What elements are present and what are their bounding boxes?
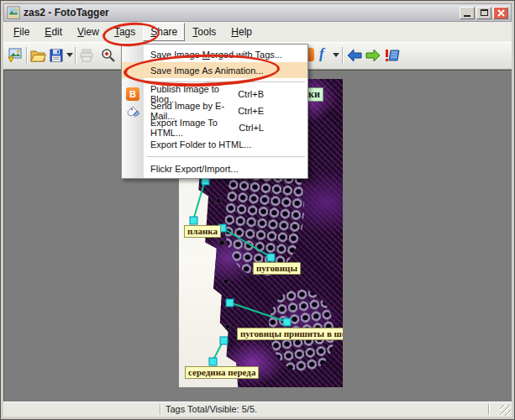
menubar-item-file[interactable]: File	[6, 23, 37, 41]
menu-item-save-as-animation[interactable]: Save Image As Animation...	[122, 62, 307, 78]
menubar-item-help[interactable]: Help	[223, 23, 260, 41]
statusbar-separator	[160, 404, 161, 415]
window-title: zas2 - FotoTagger	[24, 7, 458, 18]
menu-item-send-by-email[interactable]: Send Image by E-Mail... Ctrl+E	[122, 102, 307, 119]
open-folder-icon[interactable]	[29, 47, 46, 64]
menubar-item-view[interactable]: View	[70, 23, 107, 41]
menubar-item-tags[interactable]: Tags	[107, 23, 143, 41]
app-icon	[7, 6, 20, 19]
blogger-icon: B	[126, 87, 139, 101]
menu-item-export-folder-html[interactable]: Export Folder to HTML...	[122, 136, 307, 153]
menubar-item-edit[interactable]: Edit	[37, 23, 70, 41]
photo-tag-label[interactable]: планка	[184, 225, 221, 238]
resize-grip[interactable]	[500, 405, 511, 416]
next-image-icon[interactable]	[365, 47, 381, 64]
menu-item-export-image-html[interactable]: Export Image To HTML... Ctrl+L	[122, 119, 307, 136]
menubar-item-tools[interactable]: Tools	[185, 23, 223, 41]
maximize-button[interactable]	[476, 7, 491, 19]
maximize-icon	[481, 9, 488, 16]
menu-shortcut: Ctrl+E	[238, 106, 264, 116]
statusbar-separator	[488, 404, 490, 415]
toolbar-separator	[26, 47, 28, 64]
zoom-in-icon[interactable]	[100, 47, 117, 64]
menu-separator	[147, 81, 305, 82]
menubar-item-share[interactable]: Share	[143, 23, 185, 41]
menu-item-save-merged[interactable]: Save Image Merged with Tags...	[122, 46, 307, 62]
toolbar-separator	[75, 47, 76, 64]
menu-shortcut: Ctrl+B	[238, 89, 264, 99]
status-bar: Tags Total/Visible: 5/5.	[3, 402, 512, 417]
minimize-button[interactable]	[460, 7, 475, 19]
photo-tag-label[interactable]: пуговицы пришиты в шов	[237, 328, 343, 340]
save-icon[interactable]	[48, 47, 65, 64]
close-button[interactable]	[493, 7, 508, 19]
menu-item-flickr-export-import[interactable]: Flickr Export/Import...	[122, 160, 307, 176]
save-dropdown-icon[interactable]	[66, 53, 73, 57]
share-dropdown-menu: Save Image Merged with Tags... Save Imag…	[121, 44, 308, 179]
toolbar-separator	[342, 47, 344, 64]
flickr-dropdown-icon[interactable]	[333, 53, 339, 57]
print-disabled-icon	[78, 47, 95, 64]
flickr-icon[interactable]: f	[319, 45, 324, 62]
photo-tag-label[interactable]: пуговицы	[253, 262, 301, 275]
browse-images-icon[interactable]	[7, 47, 24, 64]
previous-image-icon[interactable]	[346, 47, 363, 64]
title-bar[interactable]: zas2 - FotoTagger	[3, 3, 512, 22]
menu-item-publish-to-blog[interactable]: B Publish Image to Blog... Ctrl+B	[122, 86, 307, 102]
minimize-icon	[464, 15, 470, 17]
close-icon	[497, 9, 505, 17]
menu-separator	[147, 156, 305, 157]
mail-tag-icon	[126, 104, 139, 118]
photo-tag-label[interactable]: середина переда	[185, 366, 259, 379]
app-window: zas2 - FotoTagger File Edit View Tags Sh…	[0, 0, 515, 420]
statusbar-text: Tags Total/Visible: 5/5.	[166, 404, 257, 414]
toggle-tags-icon[interactable]	[384, 47, 401, 64]
menu-shortcut: Ctrl+L	[239, 123, 264, 133]
menu-bar: File Edit View Tags Share Tools Help	[3, 22, 512, 42]
